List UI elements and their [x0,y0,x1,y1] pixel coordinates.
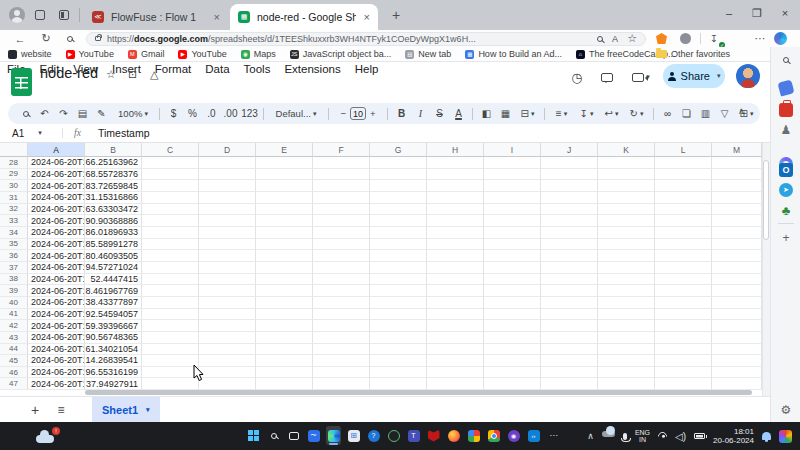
cell-H28[interactable] [427,157,484,169]
bold-icon[interactable]: B [392,106,411,121]
cell-E32[interactable] [256,204,313,216]
cell-B43[interactable]: 90.56748365 [85,332,142,344]
cell-I37[interactable] [484,262,541,274]
cell-B37[interactable]: 94.57271024 [85,262,142,274]
column-header-A[interactable]: A [28,143,85,157]
cell-K34[interactable] [598,227,655,239]
cell-L39[interactable] [655,285,712,297]
cell-K47[interactable] [598,378,655,390]
name-box[interactable]: A1▾ [0,128,62,139]
percent-icon[interactable]: % [183,106,202,121]
cell-A34[interactable]: 2024-06-20T12:2 [28,227,85,239]
row-header-41[interactable]: 41 [0,309,28,321]
cell-M39[interactable] [712,285,762,297]
cell-F29[interactable] [313,169,370,181]
cell-C45[interactable] [142,355,199,367]
cell-A40[interactable]: 2024-06-20T12:2 [28,297,85,309]
cell-I29[interactable] [484,169,541,181]
toolbar-collapse-icon[interactable]: ∧ [738,106,745,116]
vertical-align-icon[interactable]: ↧▾ [574,106,599,121]
decrease-decimal-icon[interactable]: .0 [202,106,221,121]
cell-B31[interactable]: 31.15316866 [85,192,142,204]
cell-H39[interactable] [427,285,484,297]
cell-J31[interactable] [541,192,598,204]
cell-H36[interactable] [427,250,484,262]
cell-K45[interactable] [598,355,655,367]
cell-C46[interactable] [142,367,199,379]
text-rotation-icon[interactable]: ↻▾ [624,106,649,121]
read-aloud-icon[interactable]: A [612,34,618,44]
cell-A43[interactable]: 2024-06-20T12:2 [28,332,85,344]
cell-C36[interactable] [142,250,199,262]
horizontal-align-icon[interactable]: ≡▾ [549,106,574,121]
cell-D42[interactable] [199,320,256,332]
cell-G38[interactable] [370,274,427,286]
url-text[interactable]: https://docs.google.com/spreadsheets/d/1… [107,34,588,44]
column-header-I[interactable]: I [484,143,541,157]
cell-M43[interactable] [712,332,762,344]
taskbar-photos-icon[interactable] [466,426,481,445]
print-icon[interactable]: ▤ [73,106,92,121]
merge-cells-icon[interactable]: ⊟▾ [515,106,540,121]
text-wrap-icon[interactable]: ↩▾ [599,106,624,121]
cell-L30[interactable] [655,180,712,192]
decrease-font-icon[interactable]: − [340,108,346,119]
cell-C30[interactable] [142,180,199,192]
cell-G43[interactable] [370,332,427,344]
cell-E29[interactable] [256,169,313,181]
cell-F39[interactable] [313,285,370,297]
cell-L32[interactable] [655,204,712,216]
cell-G33[interactable] [370,215,427,227]
version-history-icon[interactable]: ◷ [566,66,588,88]
column-header-D[interactable]: D [199,143,256,157]
cell-K36[interactable] [598,250,655,262]
cell-E47[interactable] [256,378,313,390]
cell-D40[interactable] [199,297,256,309]
column-header-G[interactable]: G [370,143,427,157]
vertical-scrollbar-thumb[interactable] [763,160,769,240]
zoom-select[interactable]: 100%▾ [111,106,155,121]
cell-M42[interactable] [712,320,762,332]
undo-icon[interactable]: ↶ [35,106,54,121]
cell-A33[interactable]: 2024-06-20T12:2 [28,215,85,227]
bookmark-item[interactable]: MGmail [128,49,165,59]
cell-A35[interactable]: 2024-06-20T12:2 [28,239,85,251]
bookmark-item[interactable]: ▶YouTube [178,49,226,59]
taskbar-more-apps-icon[interactable]: ⋯ [546,426,561,445]
font-size-value[interactable]: 10 [350,107,366,120]
cell-I45[interactable] [484,355,541,367]
tray-microphone-icon[interactable] [623,433,627,440]
taskbar-firefox-icon[interactable] [446,426,461,445]
taskbar-mcafee-icon[interactable] [426,426,441,445]
workspaces-icon[interactable] [32,7,48,23]
cell-G32[interactable] [370,204,427,216]
cell-F40[interactable] [313,297,370,309]
cell-L36[interactable] [655,250,712,262]
cell-C40[interactable] [142,297,199,309]
star-document-icon[interactable]: ☆ [106,68,116,81]
cell-G42[interactable] [370,320,427,332]
cell-M41[interactable] [712,309,762,321]
cell-L41[interactable] [655,309,712,321]
menu-tools[interactable]: Tools [237,62,278,76]
column-header-J[interactable]: J [541,143,598,157]
cell-L35[interactable] [655,239,712,251]
cell-L46[interactable] [655,367,712,379]
cell-H29[interactable] [427,169,484,181]
cell-G39[interactable] [370,285,427,297]
cell-B35[interactable]: 85.58991278 [85,239,142,251]
sidebar-telegram-icon[interactable]: ➤ [779,183,793,197]
cell-H38[interactable] [427,274,484,286]
cell-M40[interactable] [712,297,762,309]
row-header-33[interactable]: 33 [0,215,28,227]
cell-H47[interactable] [427,378,484,390]
fill-color-icon[interactable]: ◧ [477,106,496,121]
zoom-out-icon[interactable] [597,34,603,44]
cell-E28[interactable] [256,157,313,169]
cell-C33[interactable] [142,215,199,227]
cell-C35[interactable] [142,239,199,251]
formula-input[interactable]: Timestamp [92,127,150,139]
column-header-H[interactable]: H [427,143,484,157]
tab-close-icon[interactable]: × [214,11,220,23]
cell-D46[interactable] [199,367,256,379]
